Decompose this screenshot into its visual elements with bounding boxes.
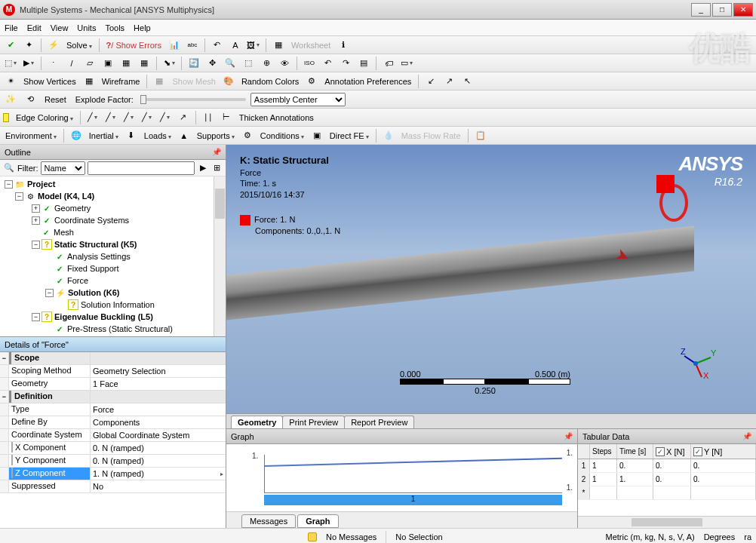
rotate-icon[interactable]: 🔄 (186, 56, 201, 71)
inertial-icon[interactable]: 🌐 (69, 128, 84, 143)
menu-view[interactable]: View (51, 23, 69, 32)
body-select-icon[interactable]: ▣ (100, 56, 115, 71)
target-icon[interactable]: ✦ (21, 38, 36, 53)
random-colors-icon[interactable]: 🎨 (221, 74, 236, 89)
col-time[interactable]: Time [s] (617, 444, 653, 459)
reset-button[interactable]: Reset (42, 95, 69, 104)
commands-icon[interactable]: 📋 (473, 128, 488, 143)
random-colors-button[interactable]: Random Colors (239, 77, 301, 86)
tab-messages[interactable]: Messages (241, 514, 296, 528)
select-mode-icon[interactable]: ⬚ (3, 56, 18, 71)
annotation-prefs-icon[interactable]: ⚙ (304, 74, 319, 89)
element-select-icon[interactable]: ▦ (137, 56, 152, 71)
supports-icon[interactable]: ▲ (177, 128, 192, 143)
ycomp-val[interactable]: 0. N (ramped) (91, 455, 226, 467)
probe3-icon[interactable]: ↖ (459, 74, 475, 89)
thicken2-icon[interactable]: ⊢ (219, 110, 234, 125)
checkmark-icon[interactable]: ✔ (3, 38, 18, 53)
tree-eigen[interactable]: Eigenvalue Buckling (L5) (54, 312, 153, 321)
tab-geometry[interactable]: Geometry (231, 416, 283, 428)
minimize-button[interactable]: _ (691, 3, 711, 17)
graph-area[interactable]: 1. 1. 1. 1 (226, 444, 577, 511)
edge-style1-icon[interactable]: ╱ (85, 110, 100, 125)
show-mesh-icon[interactable]: ▦ (152, 74, 167, 89)
table-row[interactable]: 110.0.0. (578, 459, 756, 473)
tab-graph[interactable]: Graph (297, 514, 338, 528)
close-button[interactable]: ✕ (733, 3, 753, 17)
beam-geometry[interactable] (226, 225, 694, 320)
filter-icon[interactable]: 🔍 (3, 161, 15, 176)
section-definition[interactable]: Definition (9, 391, 91, 403)
tree-solution[interactable]: Solution (K6) (68, 288, 119, 297)
prev-view-icon[interactable]: ↶ (320, 56, 335, 71)
probe2-icon[interactable]: ↗ (441, 74, 456, 89)
tabular-pin-icon[interactable]: 📌 (742, 432, 751, 440)
probe1-icon[interactable]: ↙ (423, 74, 438, 89)
menu-units[interactable]: Units (77, 23, 96, 32)
lookat-icon[interactable]: 👁 (277, 56, 292, 71)
thicken-button[interactable]: Thicken Annotations (237, 113, 316, 122)
vertex-select-icon[interactable]: ⋅ (46, 56, 61, 71)
face-select-icon[interactable]: ▱ (82, 56, 97, 71)
solve-button[interactable]: Solve (64, 41, 94, 50)
filter-input[interactable] (88, 161, 195, 175)
zcomp-val[interactable]: 1. N (ramped)▸ (91, 468, 226, 480)
tabular-scrollbar[interactable] (578, 516, 756, 528)
zoom-icon[interactable]: 🔍 (223, 56, 238, 71)
tree-scrollbar[interactable] (214, 176, 226, 336)
edge-style3-icon[interactable]: ╱ (121, 110, 137, 125)
massflow-icon[interactable]: 💧 (381, 128, 396, 143)
graph-pin-icon[interactable]: 📌 (564, 432, 573, 440)
pointer-icon[interactable]: ℹ (336, 38, 351, 53)
scoping-method-val[interactable]: Geometry Selection (91, 365, 226, 377)
edge-style2-icon[interactable]: ╱ (103, 110, 118, 125)
supports-menu[interactable]: Supports (195, 131, 237, 140)
tree-static[interactable]: Static Structural (K5) (54, 240, 137, 249)
tree-geometry[interactable]: Geometry (54, 204, 91, 213)
worksheet-icon[interactable]: ▦ (271, 38, 286, 53)
node-select-icon[interactable]: ▦ (118, 56, 134, 71)
edge-coloring-button[interactable]: Edge Coloring (14, 113, 75, 122)
maximize-button[interactable]: □ (712, 3, 732, 17)
abc-icon[interactable]: abc (185, 38, 200, 53)
explode-icon[interactable]: ✨ (3, 92, 18, 107)
suppressed-val[interactable]: No (91, 480, 226, 492)
tree-project[interactable]: Project (27, 179, 55, 189)
filter-expand-icon[interactable]: ⊞ (211, 161, 223, 176)
force-marker[interactable] (656, 175, 675, 193)
conditions-menu[interactable]: Conditions (258, 131, 306, 140)
section-scope[interactable]: Scope (9, 352, 91, 364)
conditions-icon[interactable]: ⚙ (240, 128, 255, 143)
tab-report-preview[interactable]: Report Preview (344, 416, 414, 428)
annotation-prefs-button[interactable]: Annotation Preferences (322, 77, 413, 86)
text-icon[interactable]: A (228, 38, 243, 53)
assembly-select[interactable]: Assembly Center (250, 93, 346, 106)
geometry-viewport[interactable]: K: Static Structural Force Time: 1. s 20… (226, 145, 756, 413)
tag-icon[interactable]: 🏷 (381, 56, 396, 71)
table-row-new[interactable]: * (578, 486, 756, 500)
pan-icon[interactable]: ✥ (204, 56, 220, 71)
tree-coords[interactable]: Coordinate Systems (54, 216, 129, 225)
iso-icon[interactable]: ISO (302, 56, 317, 71)
table-row[interactable]: 211.0.0. (578, 473, 756, 486)
explode-slider[interactable] (140, 98, 246, 101)
tree-analysis[interactable]: Analysis Settings (67, 252, 131, 261)
filter-go-icon[interactable]: ▶ (197, 161, 208, 176)
col-y[interactable]: ✓Y [N] (691, 444, 756, 459)
show-vertices-button[interactable]: Show Vertices (21, 77, 78, 86)
cs-val[interactable]: Global Coordinate System (91, 429, 226, 441)
manage-views-icon[interactable]: ▤ (356, 56, 371, 71)
show-errors-button[interactable]: ?/ Show Errors (104, 41, 164, 50)
geometry-val[interactable]: 1 Face (91, 378, 226, 390)
no-messages-label[interactable]: No Messages (326, 532, 376, 541)
fit-icon[interactable]: ⊕ (259, 56, 274, 71)
loads-icon[interactable]: ⬇ (124, 128, 139, 143)
pin-icon[interactable]: 📌 (212, 148, 221, 156)
select-arrow-icon[interactable]: ▶ (21, 56, 36, 71)
display-icon[interactable]: ▭ (399, 56, 414, 71)
tree-solinfo[interactable]: Solution Information (81, 300, 155, 309)
outline-tree[interactable]: −📁Project −⚙Model (K4, L4) +✓Geometry +✓… (0, 176, 226, 336)
edge-style4-icon[interactable]: ╱ (140, 110, 155, 125)
directfe-icon[interactable]: ▣ (309, 128, 324, 143)
xcomp-val[interactable]: 0. N (ramped) (91, 442, 226, 454)
